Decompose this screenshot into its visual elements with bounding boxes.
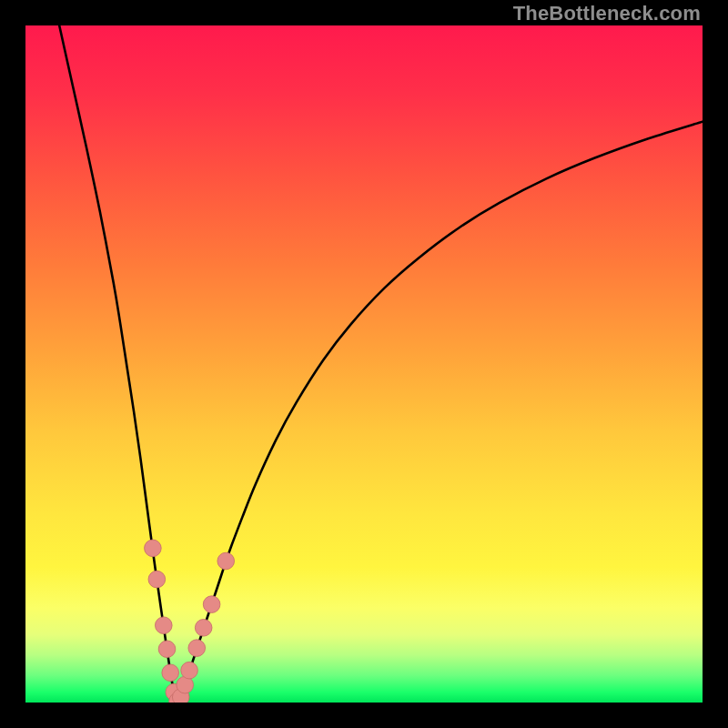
data-marker [162,664,179,682]
data-marker [155,617,172,634]
data-marker [145,540,162,557]
data-marker [217,552,235,570]
curve-right [177,122,703,703]
curve-left [59,25,177,703]
data-marker [188,640,206,657]
watermark-label: TheBottleneck.com [513,2,701,25]
plot-area [25,25,703,703]
chart-canvas [25,25,703,703]
outer-frame: TheBottleneck.com [0,0,728,728]
data-marker [158,641,176,658]
data-marker [203,596,220,613]
data-marker [181,662,198,679]
data-marker [148,571,166,588]
data-marker [195,619,212,636]
data-markers [145,540,235,703]
